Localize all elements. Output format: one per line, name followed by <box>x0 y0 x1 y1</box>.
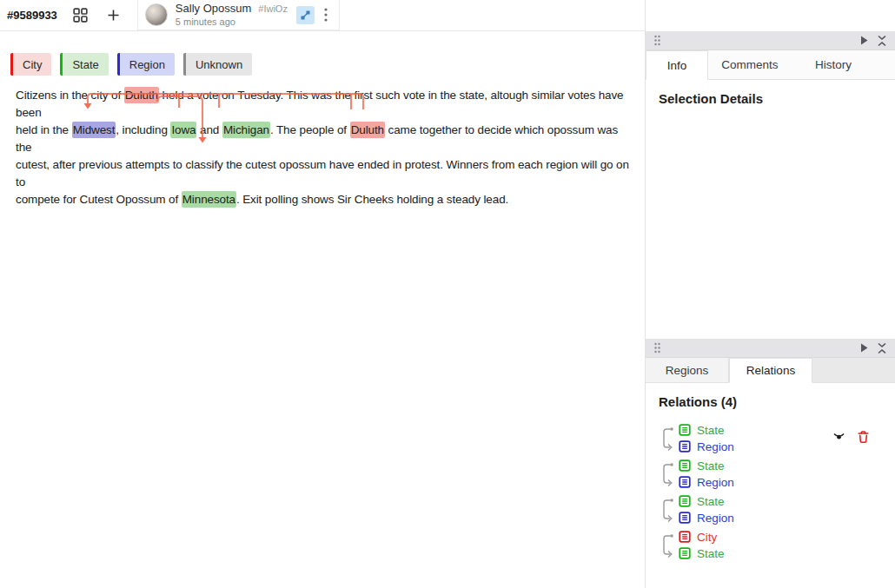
panel-top-strip <box>646 0 895 31</box>
drag-handle-icon[interactable] <box>653 35 661 46</box>
region-type-icon-state <box>679 424 691 436</box>
tab-comments[interactable]: Comments <box>708 50 792 79</box>
relation-to-label: Region <box>697 512 734 525</box>
collapse-panel-button[interactable] <box>877 342 887 354</box>
side-panels: InfoCommentsHistory Selection Details <box>645 0 895 588</box>
document-text: Citizens in the city of Duluth held a vo… <box>16 87 634 208</box>
relation-item[interactable]: StateRegion <box>659 493 882 525</box>
entity-span-city[interactable]: Duluth <box>124 87 159 103</box>
relations-list: StateRegionStateRegionStateRegionCitySta… <box>659 422 882 561</box>
relation-to-label: Region <box>697 476 734 489</box>
grid-view-button[interactable] <box>70 4 91 26</box>
relations-count-heading: Relations (4) <box>659 394 882 409</box>
annotation-id-tag: #IwiOz <box>258 3 288 14</box>
relation-from-label: State <box>697 459 725 472</box>
region-type-icon-state <box>679 547 691 559</box>
drag-handle-icon[interactable] <box>653 342 661 353</box>
trash-icon <box>857 430 870 444</box>
region-type-icon-region <box>679 440 691 453</box>
entity-span-state[interactable]: Michigan <box>222 122 270 138</box>
label-chip-city[interactable]: City <box>10 53 51 76</box>
text-segment: . Exit polling shows Sir Cheeks holding … <box>236 193 508 206</box>
user-name: Sally Opossum <box>176 3 251 15</box>
relation-from-label: State <box>697 495 725 508</box>
tab-history[interactable]: History <box>792 50 875 79</box>
annotation-area: #9589933 <box>0 0 645 588</box>
region-type-icon-region <box>679 512 691 524</box>
kebab-menu-icon <box>324 8 328 22</box>
collapse-panel-button[interactable] <box>877 35 887 47</box>
relation-actions <box>832 430 870 444</box>
collapse-icon <box>877 342 887 354</box>
regions-panel-header <box>646 339 895 358</box>
label-chip-unknown[interactable]: Unknown <box>183 53 252 76</box>
region-type-icon-state <box>679 495 691 507</box>
text-segment: compete for Cutest Opossum of <box>16 193 182 206</box>
detach-panel-button[interactable] <box>860 343 868 353</box>
annotation-topbar: #9589933 <box>0 0 645 31</box>
details-panel-tabs: InfoCommentsHistory <box>646 50 895 80</box>
relation-direction-icon <box>659 424 676 453</box>
relation-from-label: State <box>697 424 725 437</box>
text-segment: held in the <box>16 123 72 136</box>
plus-icon <box>107 9 120 22</box>
entity-span-state[interactable]: Iowa <box>170 122 196 138</box>
delete-relation-button[interactable] <box>857 430 870 444</box>
text-segment: , including <box>116 123 170 136</box>
details-panel-header <box>646 31 895 50</box>
regions-panel-body: Relations (4) StateRegionStateRegionStat… <box>646 383 895 588</box>
label-chip-state[interactable]: State <box>60 53 108 76</box>
regions-panel: RegionsRelations Relations (4) StateRegi… <box>646 339 895 588</box>
text-segment: . The people of <box>270 123 350 136</box>
toggle-relation-visibility-button[interactable] <box>832 430 845 444</box>
details-panel: InfoCommentsHistory Selection Details <box>646 31 895 339</box>
annotation-meta: Sally Opossum #IwiOz 5 minutes ago <box>176 3 288 27</box>
region-type-icon-city <box>679 531 691 543</box>
entity-span-state[interactable]: Minnesota <box>182 191 236 208</box>
relations-mode-button[interactable] <box>296 6 315 24</box>
annotation-user-card[interactable]: Sally Opossum #IwiOz 5 minutes ago <box>137 0 340 30</box>
regions-panel-tabs: RegionsRelations <box>646 358 895 383</box>
task-id: #9589933 <box>7 9 57 22</box>
relation-item[interactable]: StateRegion <box>659 422 882 454</box>
play-icon <box>860 36 868 45</box>
relation-to-label: Region <box>697 440 734 453</box>
details-panel-body: Selection Details <box>646 80 895 339</box>
entity-span-city[interactable]: Duluth <box>350 122 385 138</box>
selection-details-heading: Selection Details <box>659 91 882 106</box>
label-studio-app: #9589933 <box>0 0 895 588</box>
grid-icon <box>73 8 88 23</box>
tab-relations[interactable]: Relations <box>729 358 812 383</box>
hide-relation-icon <box>832 430 845 441</box>
region-type-icon-state <box>679 459 691 472</box>
play-icon <box>860 343 868 353</box>
region-type-icon-region <box>679 476 691 488</box>
annotation-time: 5 minutes ago <box>176 17 288 27</box>
relation-direction-icon <box>659 495 676 525</box>
label-picker: CityStateRegionUnknown <box>10 53 261 76</box>
relation-to-label: State <box>697 547 725 560</box>
relation-from-label: City <box>697 531 717 544</box>
relation-item[interactable]: StateRegion <box>659 458 882 490</box>
text-segment: cutest, after previous attempts to class… <box>16 158 629 188</box>
text-segment: Citizens in the city of <box>16 89 124 102</box>
detach-panel-button[interactable] <box>860 36 868 45</box>
avatar <box>145 3 168 26</box>
relation-direction-icon <box>659 531 676 560</box>
relations-link-icon <box>300 10 311 21</box>
annotation-menu-button[interactable] <box>322 5 330 24</box>
entity-span-region[interactable]: Midwest <box>72 122 116 138</box>
tab-info[interactable]: Info <box>646 50 708 80</box>
add-annotation-button[interactable] <box>103 5 123 25</box>
relation-item[interactable]: CityState <box>659 529 882 561</box>
text-segment: and <box>196 123 222 136</box>
collapse-icon <box>877 35 887 47</box>
tab-regions[interactable]: Regions <box>646 358 729 382</box>
label-chip-region[interactable]: Region <box>117 53 175 76</box>
relation-direction-icon <box>659 459 676 489</box>
